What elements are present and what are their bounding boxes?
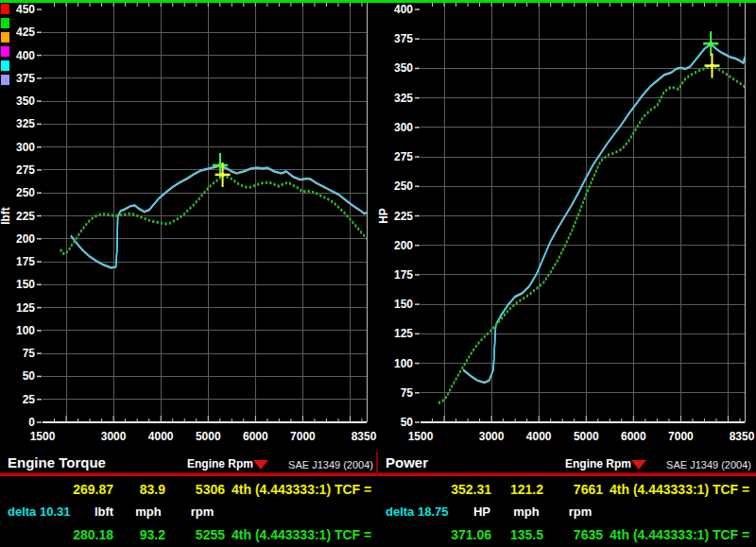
- curve-baseline-run-dotted-#00b09b: [60, 176, 367, 254]
- run-color-chip-run-1[interactable]: [1, 4, 9, 14]
- y-tick-label: 300: [16, 141, 35, 154]
- curve-current-run-solid-#ffa020: [71, 166, 367, 268]
- cursor1-gear-ratio: 4th (4.443333:1) TCF =: [610, 482, 756, 497]
- power-data-panel: Power Engine Rpm SAE J1349 (2004) 352.31…: [378, 452, 756, 547]
- unit-torque: lbft: [80, 504, 128, 519]
- x-tick-label: 8350: [730, 430, 755, 443]
- torque-panel-header: Engine Torque Engine Rpm SAE J1349 (2004…: [0, 452, 378, 472]
- units-row: delta 10.31 lbft mph rpm: [0, 504, 378, 523]
- y-tick-label: 25: [23, 393, 36, 406]
- x-tick-label: 6000: [243, 430, 268, 443]
- curve-current-run-solid-#ffa020: [463, 44, 745, 383]
- y-tick-label: 400: [16, 49, 35, 62]
- y-tick-label: 225: [394, 210, 413, 223]
- curve-baseline-run-dotted-#d08000: [438, 67, 745, 403]
- cursor-green-marker[interactable]: [703, 31, 718, 56]
- cursor1-power-value: 352.31: [387, 482, 491, 497]
- x-tick-label: 1500: [408, 430, 434, 443]
- y-tick-label: 0: [28, 416, 35, 429]
- y-tick-label: 450: [16, 3, 35, 16]
- run-color-chip-run-5[interactable]: [1, 60, 9, 71]
- x-tick-label: 1500: [30, 430, 56, 443]
- y-tick-label: 150: [394, 298, 413, 311]
- cursor2-speed-value: 135.5: [496, 527, 543, 542]
- dropdown-arrow-icon[interactable]: [631, 460, 646, 470]
- y-tick-label: 400: [394, 3, 413, 16]
- cursor2-power-value: 371.06: [387, 527, 491, 542]
- x-axis-selector-label[interactable]: Engine Rpm: [187, 457, 253, 470]
- run-color-chip-run-4[interactable]: [1, 46, 9, 57]
- cursor2-values-row: 371.06 135.5 7635 4th (4.443333:1) TCF =: [378, 527, 756, 546]
- y-tick-label: 350: [394, 61, 413, 75]
- cursor2-torque-value: 280.18: [9, 527, 113, 542]
- cursor2-rpm-value: 7635: [546, 527, 603, 542]
- unit-rpm: rpm: [180, 504, 225, 519]
- x-axis-selector-label[interactable]: Engine Rpm: [565, 457, 631, 470]
- x-tick-label: 5000: [196, 430, 221, 443]
- cursor1-speed-value: 83.9: [118, 482, 165, 497]
- x-tick-label: 4000: [148, 430, 174, 443]
- cursor1-gear-ratio: 4th (4.443333:1) TCF =: [232, 482, 383, 497]
- y-tick-label: 275: [16, 163, 35, 177]
- y-axis-title: lbft: [0, 207, 12, 225]
- y-tick-label: 175: [394, 268, 413, 282]
- y-tick-label: 75: [401, 386, 414, 400]
- y-tick-label: 75: [23, 347, 36, 360]
- x-tick-label: 5000: [574, 430, 599, 443]
- units-row: delta 18.75 HP mph rpm: [378, 504, 756, 523]
- power-panel-title: Power: [386, 454, 428, 470]
- y-tick-label: 125: [394, 327, 413, 340]
- cursor-yellow-marker[interactable]: [704, 54, 719, 78]
- unit-rpm: rpm: [558, 504, 603, 519]
- y-tick-label: 325: [16, 117, 35, 130]
- y-tick-label: 375: [394, 32, 413, 45]
- cursor1-values-row: 269.87 83.9 5306 4th (4.443333:1) TCF =: [0, 482, 378, 501]
- y-tick-label: 375: [16, 72, 35, 85]
- cursor1-rpm-value: 5306: [168, 482, 225, 497]
- unit-speed: mph: [503, 504, 550, 519]
- run-color-chip-run-6[interactable]: [1, 75, 9, 85]
- y-tick-label: 250: [16, 186, 35, 199]
- cursor1-rpm-value: 7661: [546, 482, 603, 497]
- x-tick-label: 3000: [479, 430, 505, 443]
- x-tick-label: 7000: [290, 430, 316, 443]
- curve-current-run-solid-#2fd8ff: [463, 43, 745, 382]
- torque-chart-canvas: 0255075100125150175200225250275300325350…: [0, 0, 378, 452]
- torque-data-panel: Engine Torque Engine Rpm SAE J1349 (2004…: [0, 452, 378, 547]
- red-divider-rule: [0, 472, 378, 476]
- torque-chart: 0255075100125150175200225250275300325350…: [0, 0, 378, 452]
- y-tick-label: 200: [16, 232, 35, 246]
- y-tick-label: 175: [16, 255, 35, 268]
- y-tick-label: 150: [16, 278, 35, 291]
- x-tick-label: 7000: [668, 430, 694, 443]
- y-axis-title: HP: [377, 208, 390, 224]
- curve-baseline-run-dotted-#00d000: [438, 66, 745, 402]
- run-color-chip-run-2[interactable]: [1, 18, 9, 28]
- x-tick-label: 6000: [621, 430, 646, 443]
- torque-panel-title: Engine Torque: [8, 454, 106, 470]
- x-tick-label: 4000: [526, 430, 552, 443]
- cursor2-speed-value: 93.2: [118, 527, 165, 542]
- y-tick-label: 125: [16, 301, 35, 315]
- curve-current-run-solid-#9f9fff: [463, 44, 745, 383]
- cursor2-rpm-value: 5255: [168, 527, 225, 542]
- y-tick-label: 350: [16, 94, 35, 108]
- y-tick-label: 425: [16, 26, 35, 39]
- unit-power: HP: [458, 504, 506, 519]
- panel-divider: [376, 452, 378, 476]
- power-chart-canvas: 5075100125150175200225250275300325350375…: [378, 0, 756, 452]
- curve-baseline-run-dotted-#00b09b: [438, 66, 745, 402]
- x-tick-label: 3000: [101, 430, 127, 443]
- power-panel-header: Power Engine Rpm SAE J1349 (2004): [378, 452, 756, 472]
- curve-current-run-solid-#9f9fff: [71, 166, 367, 268]
- run-color-chip-run-3[interactable]: [1, 32, 9, 43]
- cursor-center-dot: [709, 42, 713, 45]
- cursor1-speed-value: 121.2: [496, 482, 543, 497]
- cursor1-torque-value: 269.87: [9, 482, 113, 497]
- run-color-chip-list: [1, 4, 9, 89]
- y-tick-label: 50: [23, 369, 36, 383]
- sae-correction-label: SAE J1349 (2004): [666, 459, 751, 470]
- dropdown-arrow-icon[interactable]: [253, 460, 268, 470]
- cursor-center-dot: [710, 63, 713, 67]
- y-tick-label: 200: [394, 239, 413, 252]
